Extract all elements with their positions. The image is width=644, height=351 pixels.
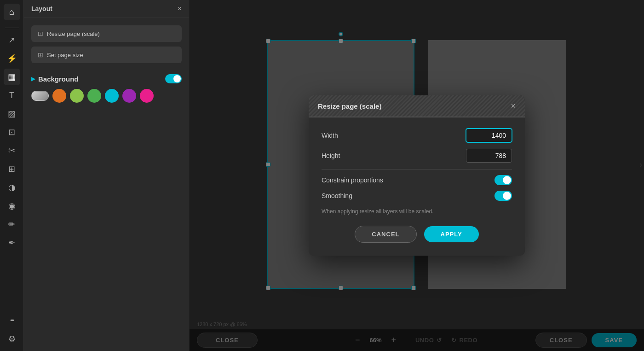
green-swatch[interactable] (87, 89, 101, 103)
panel-content: ⊡ Resize page (scale) ⊞ Set page size (24, 18, 189, 70)
cancel-button[interactable]: CANCEL (355, 226, 416, 243)
apply-button[interactable]: APPLY (424, 226, 479, 242)
left-toolbar: ⌂ ↗ ⚡ ▦ T ▨ ⊡ ✂ ⊞ ◑ ◉ ✏ ✒ ••• ⚙ (0, 0, 24, 351)
left-panel: Layout × ⊡ Resize page (scale) ⊞ Set pag… (24, 0, 190, 351)
height-label: Height (322, 152, 340, 159)
background-toggle[interactable] (165, 74, 182, 83)
more-icon[interactable]: ••• (4, 312, 20, 329)
constrain-label: Constrain proportions (322, 176, 383, 184)
background-section: ▶ Background (24, 70, 189, 106)
transform-icon[interactable]: ⊡ (4, 124, 20, 140)
width-label: Width (322, 132, 338, 139)
background-label: Background (38, 75, 79, 83)
spiral-icon[interactable]: ◉ (4, 198, 20, 214)
pink-swatch[interactable] (140, 89, 154, 103)
orange-swatch[interactable] (52, 89, 66, 103)
page-size-icon: ⊞ (38, 51, 43, 58)
smoothing-label: Smoothing (322, 192, 352, 199)
modal-title: Resize page (scale) (318, 102, 381, 110)
gear-icon[interactable]: ⚙ (4, 331, 20, 347)
toolbar-divider (5, 28, 19, 28)
gradient-swatch[interactable] (31, 91, 49, 101)
constrain-row: Constrain proportions (322, 175, 512, 185)
set-page-size-btn[interactable]: ⊞ Set page size (31, 47, 182, 63)
home-icon[interactable]: ⌂ (4, 4, 20, 20)
color-swatches (31, 89, 182, 103)
smoothing-row: Smoothing (322, 191, 512, 201)
lightning-icon[interactable]: ⚡ (4, 50, 20, 67)
cut-icon[interactable]: ✂ (4, 142, 20, 159)
modal-dialog: Resize page (scale) × Width Height Const… (309, 95, 525, 256)
modal-info-text: When applying resize all layers will be … (322, 208, 512, 215)
pen-icon[interactable]: ✏ (4, 216, 20, 233)
pattern-icon[interactable]: ▨ (4, 105, 20, 122)
width-input[interactable] (466, 129, 512, 142)
blue-swatch[interactable] (105, 89, 119, 103)
page-size-btn-label: Set page size (47, 52, 83, 58)
resize-page-scale-btn[interactable]: ⊡ Resize page (scale) (31, 25, 182, 42)
circle-half-icon[interactable]: ◑ (4, 179, 20, 196)
width-row: Width (322, 129, 512, 142)
panel-title: Layout (31, 5, 52, 12)
height-row: Height (322, 149, 512, 163)
background-header: ▶ Background (31, 74, 182, 83)
main-area: + + › 1280 x 720 px @ 66% CLOSE − 66% + … (190, 0, 644, 351)
resize-icon: ⊡ (38, 30, 43, 37)
background-title-group: ▶ Background (31, 75, 79, 83)
smoothing-toggle[interactable] (494, 191, 512, 201)
layers-icon[interactable]: ▦ (4, 69, 20, 85)
modal-overlay[interactable]: Resize page (scale) × Width Height Const… (190, 0, 644, 351)
green-light-swatch[interactable] (70, 89, 84, 103)
constrain-toggle[interactable] (494, 175, 512, 185)
purple-swatch[interactable] (122, 89, 136, 103)
divider (322, 169, 512, 170)
adjust-icon[interactable]: ⊞ (4, 161, 20, 177)
text-icon[interactable]: T (4, 87, 20, 104)
resize-btn-label: Resize page (scale) (47, 30, 100, 37)
chevron-icon: ▶ (31, 76, 35, 82)
modal-footer: CANCEL APPLY (322, 226, 512, 245)
pointer-icon[interactable]: ↗ (4, 32, 20, 48)
modal-body: Width Height Constrain proportions Smoot… (309, 117, 525, 256)
brush-icon[interactable]: ✒ (4, 234, 20, 251)
height-input[interactable] (466, 149, 512, 163)
modal-close-button[interactable]: × (511, 102, 516, 110)
panel-header: Layout × (24, 0, 189, 18)
modal-titlebar: Resize page (scale) × (309, 95, 525, 117)
panel-close-icon[interactable]: × (178, 5, 182, 13)
